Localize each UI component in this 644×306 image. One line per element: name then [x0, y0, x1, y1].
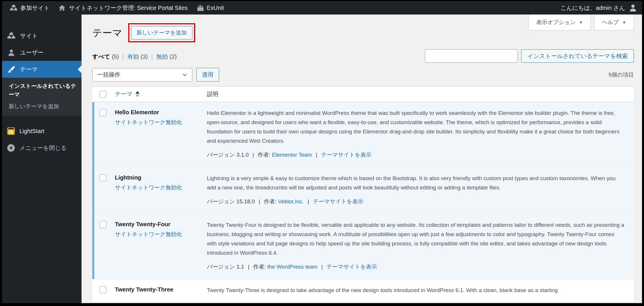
sidebar-item-themes[interactable]: テーマ — [2, 61, 82, 78]
apply-button[interactable]: 適用 — [196, 68, 219, 82]
filter-all[interactable]: すべて — [92, 53, 110, 61]
admin-bar: 参加サイト サイトネットワーク管理: Service Portal Sites … — [2, 1, 642, 15]
theme-search-group: インストールされているテーマを検索 — [425, 49, 634, 63]
theme-select-checkbox[interactable] — [100, 109, 106, 116]
sidebar-item-lightstart[interactable]: LightStart — [2, 123, 82, 140]
sidebar-separator — [2, 116, 82, 123]
network-admin-menu[interactable]: サイトネットワーク管理: Service Portal Sites — [54, 1, 192, 15]
version-value: 15.18.0 — [236, 198, 255, 204]
column-header-theme[interactable]: テーマ — [115, 90, 207, 98]
network-disable-link[interactable]: サイトネットワーク無効化 — [115, 231, 207, 238]
theme-select-checkbox[interactable] — [100, 174, 106, 181]
version-label: バージョン — [207, 198, 235, 204]
filter-disabled-count: (2) — [170, 53, 177, 60]
meta-separator: | — [316, 152, 317, 158]
version-value: 3.1.0 — [236, 152, 249, 158]
add-new-theme-button[interactable]: 新しいテーマを追加 — [131, 26, 192, 39]
theme-description-cell: Hello Elementor is a lightweight and min… — [207, 108, 627, 160]
filter-separator: | — [122, 53, 124, 60]
network-disable-link[interactable]: サイトネットワーク無効化 — [115, 184, 207, 191]
filter-all-count: (5) — [112, 53, 119, 60]
help-button[interactable]: ヘルプ ▼ — [594, 15, 634, 30]
theme-description: Hello Elementor is a lightweight and min… — [207, 108, 625, 146]
theme-description-cell: Twenty Twenty-Three is designed to take … — [207, 286, 627, 295]
castle-icon — [196, 4, 204, 12]
exunit-menu[interactable]: ExUnit — [192, 1, 228, 15]
author-link[interactable]: the WordPress team — [267, 264, 318, 270]
my-sites-label: 参加サイト — [20, 4, 50, 12]
search-installed-themes-button[interactable]: インストールされているテーマを検索 — [521, 49, 634, 63]
paintbrush-icon — [7, 65, 15, 73]
table-row: Hello Elementor サイトネットワーク無効化 Hello Eleme… — [92, 102, 634, 167]
meta-separator: | — [259, 198, 260, 204]
theme-select-checkbox[interactable] — [100, 221, 106, 228]
author-link[interactable]: Elementor Team — [272, 152, 312, 158]
author-label: 作者: — [264, 198, 276, 204]
author-label: 作者: — [253, 264, 266, 270]
items-count: 5個の項目 — [609, 71, 634, 79]
network-admin-label: サイトネットワーク管理: Service Portal Sites — [69, 4, 187, 12]
select-all-checkbox[interactable] — [100, 91, 106, 98]
submenu-installed-themes[interactable]: インストールされているテーマ — [9, 82, 76, 99]
bulk-action-select[interactable]: 一括操作 — [92, 68, 192, 82]
sidebar-item-sites[interactable]: サイト — [2, 27, 82, 44]
filter-enabled-count: (3) — [141, 53, 148, 60]
filter-enabled[interactable]: 有効 — [127, 53, 139, 61]
page-title: テーマ — [92, 27, 122, 39]
theme-select-checkbox[interactable] — [100, 286, 106, 293]
version-label: バージョン — [207, 152, 235, 158]
sidebar-item-label: サイト — [20, 32, 38, 40]
meta-separator: | — [308, 198, 309, 204]
screen-options-button[interactable]: 表示オプション ▼ — [529, 15, 591, 30]
body-row: サイト ユーザー テーマ インストールされているテーマ 新しいテーマを追 — [2, 15, 642, 303]
author-label: 作者: — [258, 152, 270, 158]
sidebar-item-label: テーマ — [20, 66, 38, 73]
wordpress-admin-screen: 参加サイト サイトネットワーク管理: Service Portal Sites … — [2, 1, 642, 303]
theme-name: Hello Elementor — [115, 108, 207, 116]
sidebar-item-users[interactable]: ユーザー — [2, 44, 82, 61]
admin-bar-right[interactable]: こんにちは、admin さん — [560, 3, 637, 12]
sidebar-item-collapse-menu[interactable]: メニューを閉じる — [2, 140, 82, 156]
version-value: 1.1 — [236, 264, 244, 270]
meta-separator: | — [253, 152, 254, 158]
sort-desc-icon — [135, 95, 140, 97]
multisite-icon — [10, 4, 17, 12]
theme-name: Twenty Twenty-Three — [115, 286, 207, 294]
help-label: ヘルプ — [602, 19, 619, 26]
meta-separator: | — [248, 264, 249, 270]
author-link[interactable]: Vektor,Inc. — [278, 198, 304, 204]
submenu-add-new-theme[interactable]: 新しいテーマを追加 — [9, 102, 76, 111]
theme-meta: バージョン 15.18.0 | 作者: Vektor,Inc. | テーマサイト… — [207, 197, 625, 206]
theme-name-cell: Hello Elementor サイトネットワーク無効化 — [115, 108, 207, 160]
view-theme-site-link[interactable]: テーマサイトを表示 — [313, 198, 363, 204]
table-row: Lightning サイトネットワーク無効化 Lightning is a ve… — [92, 167, 634, 214]
theme-description: Twenty Twenty-Four is designed to be fle… — [207, 220, 625, 258]
exunit-label: ExUnit — [207, 5, 224, 11]
avatar-icon — [629, 3, 637, 12]
filter-disabled[interactable]: 無効 — [156, 53, 168, 61]
sort-asc-icon — [135, 91, 140, 94]
admin-bar-left: 参加サイト サイトネットワーク管理: Service Portal Sites … — [6, 1, 228, 15]
screen-options-label: 表示オプション — [536, 19, 576, 26]
filters-and-search-row: すべて (5) | 有効 (3) | 無効 (2) インストールされているテーマ… — [92, 49, 634, 63]
theme-name: Twenty Twenty-Four — [115, 220, 207, 228]
select-chevron-icon — [182, 73, 187, 77]
version-label: バージョン — [207, 264, 235, 270]
view-theme-site-link[interactable]: テーマサイトを表示 — [327, 264, 377, 270]
theme-description-cell: Twenty Twenty-Four is designed to be fle… — [207, 220, 627, 271]
network-disable-link[interactable]: サイトネットワーク無効化 — [115, 119, 207, 126]
bulk-actions-row: 一括操作 適用 5個の項目 — [92, 68, 634, 82]
sidebar-item-label: メニューを閉じる — [19, 144, 67, 152]
theme-search-input[interactable] — [425, 49, 518, 63]
screen-meta-links: 表示オプション ▼ ヘルプ ▼ — [529, 15, 634, 30]
column-header-description: 説明 — [207, 90, 634, 98]
theme-name-cell: Lightning サイトネットワーク無効化 — [115, 174, 207, 206]
filter-separator: | — [151, 53, 153, 60]
view-theme-site-link[interactable]: テーマサイトを表示 — [321, 152, 372, 158]
screenshot-frame: 参加サイト サイトネットワーク管理: Service Portal Sites … — [0, 0, 644, 306]
theme-name: Lightning — [115, 174, 207, 182]
theme-description: Twenty Twenty-Three is designed to take … — [207, 286, 625, 295]
theme-meta: バージョン 3.1.0 | 作者: Elementor Team | テーマサイ… — [207, 150, 625, 160]
lightstart-icon — [7, 127, 15, 135]
my-sites-menu[interactable]: 参加サイト — [6, 1, 54, 15]
